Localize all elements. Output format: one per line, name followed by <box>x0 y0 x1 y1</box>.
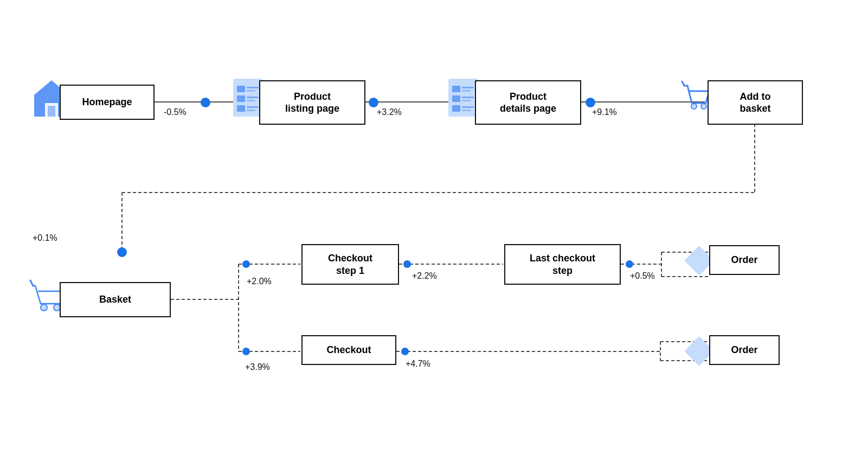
add-to-basket-label: Add to basket <box>740 91 770 115</box>
label-details-basket: +9.1% <box>592 107 617 117</box>
dot-home-listing <box>201 98 210 107</box>
connection-lines <box>0 0 868 474</box>
dot-basket-checkout <box>242 348 250 355</box>
svg-rect-28 <box>247 100 255 101</box>
svg-point-43 <box>701 104 706 109</box>
checkout-label: Checkout <box>326 344 371 356</box>
basket-node[interactable]: Basket <box>60 282 171 317</box>
dot-checkout-order2 <box>401 348 409 355</box>
svg-line-44 <box>682 81 684 86</box>
svg-rect-26 <box>237 95 245 102</box>
product-listing-label: Product listing page <box>285 91 339 115</box>
svg-rect-27 <box>247 97 259 98</box>
svg-rect-41 <box>462 110 471 111</box>
svg-rect-29 <box>237 105 245 112</box>
label-listing-details: +3.2% <box>377 107 402 117</box>
dot-listing-details <box>369 98 378 107</box>
dot-basket-checkout1 <box>242 260 250 268</box>
order2-label: Order <box>731 344 757 356</box>
product-details-node[interactable]: Product details page <box>475 80 581 125</box>
dot-details-basket <box>586 98 595 107</box>
checkout-step1-node[interactable]: Checkout step 1 <box>301 244 399 285</box>
svg-rect-40 <box>462 106 474 108</box>
svg-rect-34 <box>462 87 474 88</box>
homepage-node[interactable]: Homepage <box>60 85 155 120</box>
label-basket-checkout: +3.9% <box>245 362 270 372</box>
dot-basket-left <box>117 247 127 257</box>
last-checkout-node[interactable]: Last checkout step <box>504 244 621 285</box>
svg-rect-31 <box>247 110 255 111</box>
svg-rect-39 <box>452 105 460 112</box>
product-details-label: Product details page <box>500 91 556 115</box>
label-last-order1: +0.5% <box>630 271 655 281</box>
add-to-basket-icon <box>679 76 711 119</box>
svg-rect-23 <box>237 86 245 92</box>
checkout-step1-label: Checkout step 1 <box>328 252 372 277</box>
order1-label: Order <box>731 254 757 266</box>
svg-rect-36 <box>452 95 460 102</box>
svg-rect-33 <box>452 86 460 92</box>
svg-point-42 <box>691 104 697 109</box>
svg-rect-25 <box>247 90 255 92</box>
svg-line-47 <box>30 280 33 286</box>
basket-label: Basket <box>99 293 131 306</box>
label-basket-left: +0.1% <box>33 233 57 243</box>
label-checkout-order2: +4.7% <box>406 359 430 369</box>
homepage-label: Homepage <box>82 96 132 108</box>
dot-last-order1 <box>626 260 633 268</box>
last-checkout-label: Last checkout step <box>530 252 595 277</box>
label-home-listing: -0.5% <box>164 107 187 117</box>
product-listing-node[interactable]: Product listing page <box>259 80 365 125</box>
checkout-node[interactable]: Checkout <box>301 335 396 365</box>
svg-rect-38 <box>462 100 471 101</box>
dot-checkout1-last <box>403 260 411 268</box>
svg-rect-37 <box>462 97 474 98</box>
svg-rect-35 <box>462 90 471 92</box>
label-checkout1-last: +2.2% <box>412 271 437 281</box>
diagram-container: Homepage Product listing page <box>0 0 868 474</box>
svg-rect-30 <box>247 106 259 108</box>
svg-point-45 <box>41 304 47 311</box>
order1-node[interactable]: Order <box>709 245 780 275</box>
svg-rect-24 <box>247 87 259 88</box>
svg-rect-21 <box>48 106 55 117</box>
order2-node[interactable]: Order <box>709 335 780 365</box>
label-basket-checkout1: +2.0% <box>247 277 272 286</box>
add-to-basket-node[interactable]: Add to basket <box>708 80 803 125</box>
